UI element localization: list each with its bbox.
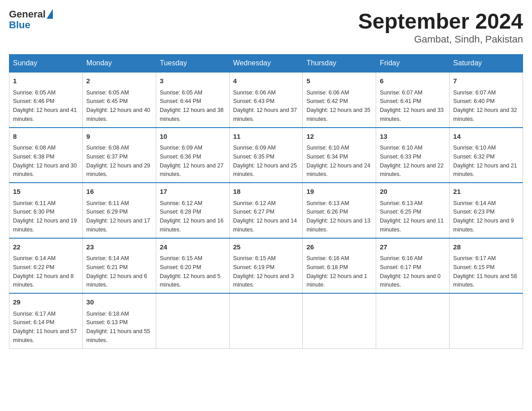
day-number: 2 — [86, 76, 152, 86]
calendar-cell: 25 Sunrise: 6:15 AM Sunset: 6:19 PM Dayl… — [229, 238, 303, 294]
calendar-cell: 22 Sunrise: 6:14 AM Sunset: 6:22 PM Dayl… — [9, 238, 83, 294]
day-sunset: Sunset: 6:36 PM — [160, 154, 201, 160]
calendar-cell — [156, 293, 229, 348]
day-number: 12 — [306, 132, 372, 142]
day-sunset: Sunset: 6:41 PM — [380, 98, 421, 104]
calendar-cell: 8 Sunrise: 6:08 AM Sunset: 6:38 PM Dayli… — [9, 128, 83, 183]
day-daylight: Daylight: 12 hours and 9 minutes. — [453, 218, 514, 233]
day-sunrise: Sunrise: 6:05 AM — [86, 90, 129, 96]
day-number: 15 — [13, 187, 79, 197]
calendar-cell — [229, 293, 303, 348]
day-sunset: Sunset: 6:28 PM — [160, 209, 201, 215]
calendar-cell: 29 Sunrise: 6:17 AM Sunset: 6:14 PM Dayl… — [9, 293, 83, 348]
day-sunrise: Sunrise: 6:08 AM — [86, 145, 129, 151]
day-number: 6 — [380, 76, 446, 86]
calendar-week-row: 29 Sunrise: 6:17 AM Sunset: 6:14 PM Dayl… — [9, 293, 523, 348]
day-sunrise: Sunrise: 6:12 AM — [233, 200, 276, 206]
day-sunset: Sunset: 6:20 PM — [160, 264, 201, 270]
day-sunrise: Sunrise: 6:11 AM — [13, 200, 56, 206]
day-sunrise: Sunrise: 6:08 AM — [13, 145, 56, 151]
day-sunset: Sunset: 6:19 PM — [233, 264, 275, 270]
day-sunrise: Sunrise: 6:16 AM — [306, 255, 349, 261]
day-sunrise: Sunrise: 6:09 AM — [160, 145, 202, 151]
page-header: General Blue September 2024 Gambat, Sind… — [9, 9, 523, 45]
day-sunset: Sunset: 6:42 PM — [306, 98, 348, 104]
day-sunset: Sunset: 6:17 PM — [380, 264, 421, 270]
day-sunrise: Sunrise: 6:15 AM — [233, 255, 276, 261]
day-sunset: Sunset: 6:21 PM — [86, 264, 128, 270]
logo-triangle-icon — [47, 9, 53, 19]
day-number: 4 — [233, 76, 299, 86]
day-sunset: Sunset: 6:27 PM — [233, 209, 275, 215]
day-sunrise: Sunrise: 6:12 AM — [160, 200, 202, 206]
calendar-cell: 16 Sunrise: 6:11 AM Sunset: 6:29 PM Dayl… — [82, 183, 156, 238]
calendar-cell: 23 Sunrise: 6:14 AM Sunset: 6:21 PM Dayl… — [82, 238, 156, 294]
day-sunrise: Sunrise: 6:05 AM — [13, 90, 56, 96]
day-sunrise: Sunrise: 6:05 AM — [160, 90, 202, 96]
day-sunrise: Sunrise: 6:07 AM — [380, 90, 422, 96]
day-sunrise: Sunrise: 6:06 AM — [306, 90, 349, 96]
day-sunrise: Sunrise: 6:13 AM — [306, 200, 349, 206]
calendar-cell: 24 Sunrise: 6:15 AM Sunset: 6:20 PM Dayl… — [156, 238, 229, 294]
day-sunset: Sunset: 6:18 PM — [306, 264, 348, 270]
day-daylight: Daylight: 12 hours and 19 minutes. — [13, 218, 77, 233]
day-number: 29 — [13, 297, 79, 308]
calendar-cell: 12 Sunrise: 6:10 AM Sunset: 6:34 PM Dayl… — [303, 128, 376, 183]
day-sunset: Sunset: 6:45 PM — [86, 98, 128, 104]
day-daylight: Daylight: 12 hours and 6 minutes. — [86, 273, 147, 288]
day-daylight: Daylight: 12 hours and 1 minute. — [306, 273, 367, 288]
calendar-cell: 10 Sunrise: 6:09 AM Sunset: 6:36 PM Dayl… — [156, 128, 229, 183]
day-number: 25 — [233, 242, 299, 253]
day-sunrise: Sunrise: 6:15 AM — [160, 255, 202, 261]
day-sunset: Sunset: 6:33 PM — [380, 154, 421, 160]
day-sunrise: Sunrise: 6:10 AM — [380, 145, 422, 151]
calendar-cell: 15 Sunrise: 6:11 AM Sunset: 6:30 PM Dayl… — [9, 183, 83, 238]
day-number: 3 — [160, 76, 226, 86]
weekday-header-friday: Friday — [376, 55, 450, 73]
day-daylight: Daylight: 12 hours and 22 minutes. — [380, 163, 443, 178]
logo-general-text: General — [9, 9, 46, 20]
day-daylight: Daylight: 12 hours and 37 minutes. — [233, 107, 297, 122]
day-sunset: Sunset: 6:22 PM — [13, 264, 54, 270]
day-number: 23 — [86, 242, 152, 253]
day-daylight: Daylight: 12 hours and 38 minutes. — [160, 107, 223, 122]
day-number: 22 — [13, 242, 79, 253]
day-number: 16 — [86, 187, 152, 197]
day-number: 9 — [86, 132, 152, 142]
calendar-week-row: 1 Sunrise: 6:05 AM Sunset: 6:46 PM Dayli… — [9, 72, 523, 128]
day-sunrise: Sunrise: 6:10 AM — [453, 145, 496, 151]
calendar-cell: 7 Sunrise: 6:07 AM Sunset: 6:40 PM Dayli… — [450, 72, 523, 128]
day-daylight: Daylight: 12 hours and 32 minutes. — [453, 107, 517, 122]
day-sunset: Sunset: 6:26 PM — [306, 209, 348, 215]
weekday-header-saturday: Saturday — [450, 55, 523, 73]
calendar-cell: 3 Sunrise: 6:05 AM Sunset: 6:44 PM Dayli… — [156, 72, 229, 128]
day-sunrise: Sunrise: 6:09 AM — [233, 145, 276, 151]
day-daylight: Daylight: 12 hours and 16 minutes. — [160, 218, 223, 233]
day-sunset: Sunset: 6:13 PM — [86, 319, 128, 325]
calendar-cell: 2 Sunrise: 6:05 AM Sunset: 6:45 PM Dayli… — [82, 72, 156, 128]
calendar-cell: 21 Sunrise: 6:14 AM Sunset: 6:23 PM Dayl… — [450, 183, 523, 238]
day-sunset: Sunset: 6:15 PM — [453, 264, 494, 270]
weekday-header-sunday: Sunday — [9, 55, 83, 73]
day-number: 28 — [453, 242, 519, 253]
calendar-cell: 20 Sunrise: 6:13 AM Sunset: 6:25 PM Dayl… — [376, 183, 450, 238]
day-number: 18 — [233, 187, 299, 197]
logo: General Blue — [9, 9, 53, 30]
calendar-cell: 4 Sunrise: 6:06 AM Sunset: 6:43 PM Dayli… — [229, 72, 303, 128]
day-daylight: Daylight: 12 hours and 25 minutes. — [233, 163, 297, 178]
day-number: 14 — [453, 132, 519, 142]
day-sunset: Sunset: 6:32 PM — [453, 154, 494, 160]
day-sunset: Sunset: 6:14 PM — [13, 319, 54, 325]
day-daylight: Daylight: 12 hours and 21 minutes. — [453, 163, 517, 178]
day-daylight: Daylight: 12 hours and 13 minutes. — [306, 218, 370, 233]
day-sunset: Sunset: 6:38 PM — [13, 154, 54, 160]
day-daylight: Daylight: 12 hours and 41 minutes. — [13, 107, 77, 122]
day-sunset: Sunset: 6:46 PM — [13, 98, 54, 104]
day-daylight: Daylight: 12 hours and 0 minutes. — [380, 273, 441, 288]
day-number: 20 — [380, 187, 446, 197]
calendar-cell — [376, 293, 450, 348]
day-daylight: Daylight: 12 hours and 17 minutes. — [86, 218, 150, 233]
calendar-cell: 26 Sunrise: 6:16 AM Sunset: 6:18 PM Dayl… — [303, 238, 376, 294]
day-number: 13 — [380, 132, 446, 142]
day-daylight: Daylight: 12 hours and 3 minutes. — [233, 273, 294, 288]
